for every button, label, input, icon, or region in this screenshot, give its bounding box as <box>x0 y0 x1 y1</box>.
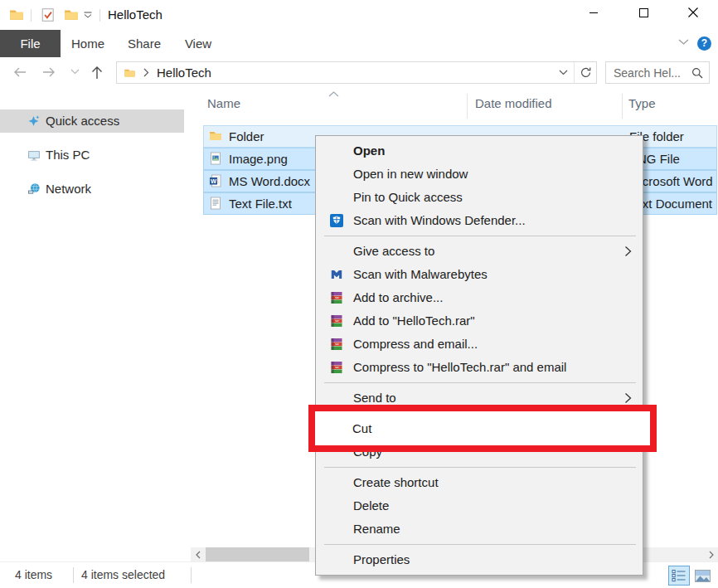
menu-item-open[interactable]: Open <box>316 139 643 163</box>
menu-item-label: Create shortcut <box>353 471 439 494</box>
status-divider <box>191 567 192 583</box>
menu-item-label: Rename <box>353 518 400 541</box>
search-input[interactable] <box>612 66 691 80</box>
star-icon <box>27 114 41 128</box>
breadcrumb[interactable]: HelloTech <box>157 66 211 80</box>
menu-item-label: Scan with Windows Defender... <box>353 209 526 232</box>
menu-item-cut[interactable]: Cut <box>315 411 650 445</box>
qat-dropdown-icon[interactable] <box>84 12 99 27</box>
menu-item-properties[interactable]: Properties <box>316 548 643 571</box>
menu-item-pin-to-quick-access[interactable]: Pin to Quick access <box>316 186 643 209</box>
menu-item-compress-to-hellotech-rar-and-email[interactable]: Compress to "HelloTech.rar" and email <box>316 356 643 379</box>
pc-icon <box>27 148 41 162</box>
column-header-type[interactable]: Type <box>628 96 656 110</box>
close-button[interactable] <box>674 0 712 25</box>
winrar-icon <box>330 291 343 304</box>
menu-item-label: Open <box>353 139 385 163</box>
column-divider[interactable] <box>622 94 623 119</box>
menu-item-give-access-to[interactable]: Give access to <box>316 240 643 263</box>
breadcrumb-chevron-icon[interactable] <box>143 68 149 77</box>
forward-icon[interactable] <box>41 65 57 80</box>
ribbon-tab-bar: File Home Share View <box>0 30 718 58</box>
window-title: HelloTech <box>108 7 163 22</box>
menu-item-label: Properties <box>353 548 410 571</box>
sidebar-item-this-pc[interactable]: This PC <box>0 143 184 167</box>
ribbon-expand-chevron-icon[interactable] <box>678 39 689 46</box>
toolbar-divider <box>31 9 32 22</box>
defender-icon <box>330 214 343 227</box>
file-name: Text File.txt <box>229 193 292 214</box>
text-file-icon <box>209 197 222 210</box>
menu-item-compress-and-email[interactable]: Compress and email... <box>316 333 643 356</box>
checkmark-page-icon[interactable] <box>41 7 56 22</box>
menu-item-label: Compress and email... <box>353 333 478 356</box>
menu-item-delete[interactable]: Delete <box>316 494 643 518</box>
sidebar-item-label: This PC <box>46 143 90 167</box>
recent-locations-chevron-icon[interactable] <box>70 69 80 75</box>
folder-file-icon <box>209 129 222 143</box>
malwarebytes-icon <box>330 268 343 281</box>
file-name: MS Word.docx <box>229 171 310 192</box>
menu-item-add-to-archive[interactable]: Add to archive... <box>316 286 643 309</box>
search-icon[interactable] <box>691 67 703 79</box>
sidebar-item-quick-access[interactable]: Quick access <box>0 109 184 133</box>
tab-home[interactable]: Home <box>70 30 106 57</box>
refresh-icon[interactable] <box>575 62 596 83</box>
search-box[interactable] <box>605 61 710 84</box>
new-folder-icon[interactable] <box>64 7 79 22</box>
scroll-left-icon[interactable] <box>191 547 205 561</box>
menu-item-label: Pin to Quick access <box>353 186 463 209</box>
menu-item-label: Give access to <box>353 240 434 263</box>
menu-separator <box>316 379 643 386</box>
title-bar: HelloTech <box>0 0 718 30</box>
winrar-icon <box>330 338 343 351</box>
network-icon <box>27 182 41 196</box>
menu-item-scan-with-malwarebytes[interactable]: Scan with Malwarebytes <box>316 263 643 286</box>
back-icon[interactable] <box>12 65 28 80</box>
column-header-date-modified[interactable]: Date modified <box>475 96 552 110</box>
tab-share[interactable]: Share <box>124 30 164 57</box>
menu-item-create-shortcut[interactable]: Create shortcut <box>316 471 643 494</box>
winrar-icon <box>330 314 343 328</box>
explorer-folder-icon <box>9 7 24 22</box>
navigation-bar: HelloTech <box>0 57 718 90</box>
file-name: Folder <box>229 126 264 147</box>
maximize-button[interactable] <box>624 0 662 25</box>
help-icon[interactable] <box>697 36 711 51</box>
submenu-chevron-icon <box>624 245 632 257</box>
column-divider[interactable] <box>467 94 468 119</box>
minimize-icon <box>589 8 599 17</box>
menu-item-scan-with-windows-defender[interactable]: Scan with Windows Defender... <box>316 209 643 232</box>
menu-item-label: Open in new window <box>353 163 468 186</box>
sidebar-item-label: Network <box>46 177 91 201</box>
scroll-right-icon[interactable] <box>704 547 718 561</box>
up-icon[interactable] <box>90 65 104 80</box>
menu-item-label: Delete <box>353 494 389 518</box>
tab-file[interactable]: File <box>0 30 61 57</box>
column-header-name[interactable]: Name <box>207 96 240 110</box>
menu-item-add-to-hellotech-rar[interactable]: Add to "HelloTech.rar" <box>316 309 643 333</box>
items-count: 4 items <box>15 562 52 587</box>
file-name: Image.png <box>229 148 288 169</box>
selection-count: 4 items selected <box>81 562 165 587</box>
word-file-icon: W <box>209 174 222 187</box>
tab-view[interactable]: View <box>179 30 217 57</box>
thumbnail-view-button[interactable] <box>691 566 713 586</box>
context-menu: OpenOpen in new windowPin to Quick acces… <box>315 135 643 576</box>
sidebar-item-network[interactable]: Network <box>0 177 184 201</box>
menu-item-label: Compress to "HelloTech.rar" and email <box>353 356 566 379</box>
address-dropdown-icon[interactable] <box>552 62 574 83</box>
thumbnail-view-icon <box>695 570 711 582</box>
menu-item-label: Add to "HelloTech.rar" <box>353 309 475 333</box>
menu-item-open-in-new-window[interactable]: Open in new window <box>316 163 643 186</box>
minimize-button[interactable] <box>575 0 613 25</box>
image-file-icon <box>209 152 222 165</box>
sort-ascending-icon[interactable] <box>328 91 339 97</box>
svg-text:W: W <box>211 177 217 185</box>
menu-separator <box>316 232 643 240</box>
address-bar[interactable]: HelloTech <box>116 61 597 84</box>
navigation-pane: Quick accessThis PCNetwork <box>0 89 191 547</box>
scrollbar-thumb[interactable] <box>206 547 309 561</box>
details-view-button[interactable] <box>668 566 690 586</box>
menu-item-rename[interactable]: Rename <box>316 518 643 541</box>
